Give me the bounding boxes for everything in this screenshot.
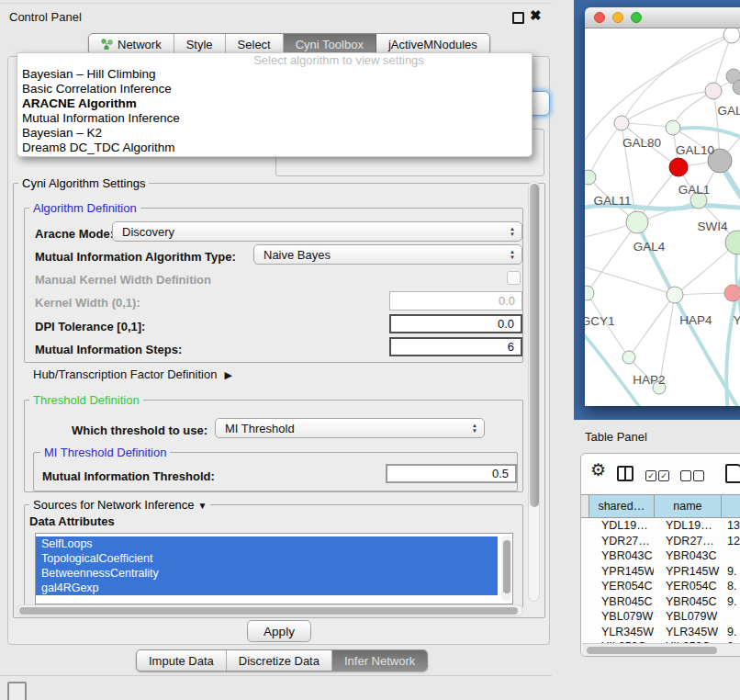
attribute-item-gal4rgexp[interactable]: gal4RGexp [36, 581, 498, 595]
tab-label: Network [118, 38, 162, 51]
tab-style[interactable]: Style [174, 34, 226, 54]
dropdown-item-bayesian-hill-climbing[interactable]: Bayesian – Hill Climbing [17, 67, 532, 82]
dpi-tolerance-field[interactable]: 0.0 [389, 314, 522, 333]
apply-button[interactable]: Apply [247, 620, 311, 642]
table-row[interactable]: YLR345WYLR345W9. [581, 625, 740, 640]
table-hscrollbar-track[interactable] [582, 643, 740, 656]
network-edge-highlighted[interactable] [675, 128, 740, 141]
node-red[interactable] [669, 158, 688, 176]
column-header-shared[interactable]: shared… [589, 495, 655, 517]
attribute-item-topologicalcoefficient[interactable]: TopologicalCoefficient [36, 551, 498, 566]
tab-discretize-data[interactable]: Discretize Data [227, 650, 332, 671]
network-window-titlebar[interactable] [585, 7, 740, 28]
split-pane-divider[interactable] [552, 0, 574, 700]
table-hscrollbar-thumb[interactable] [587, 647, 717, 654]
node-unlabeled-top[interactable] [723, 28, 740, 43]
network-edge[interactable] [622, 91, 713, 123]
node-label-swi4: SWI4 [697, 220, 727, 233]
node-label-gal4: GAL4 [633, 240, 666, 254]
network-edge-highlighted[interactable] [726, 260, 740, 406]
node-pink-right[interactable] [724, 285, 740, 301]
node-GCY1[interactable] [585, 286, 594, 300]
tab-infer-network[interactable]: Infer Network [332, 650, 427, 671]
mi-type-select[interactable]: Naive Bayes ▲▼ [253, 244, 522, 265]
table-cell: YBR043C [654, 549, 722, 562]
float-panel-icon[interactable] [512, 12, 524, 24]
node-HAP2[interactable] [622, 351, 635, 364]
network-edge-highlighted[interactable] [585, 330, 644, 406]
network-graph: GALGAL80GAL10GAL1GAL11SWI4GAL4GCY1HAP4YH… [585, 28, 740, 406]
which-threshold-select[interactable]: MI Threshold ▲▼ [215, 418, 485, 438]
split-columns-icon[interactable] [617, 466, 633, 481]
group-title-sources[interactable]: Sources for Network Inference▼ [29, 498, 210, 512]
zoom-traffic-light-icon[interactable] [631, 12, 642, 23]
minimized-panel-icon[interactable] [7, 682, 27, 700]
tab-cyni-toolbox[interactable]: Cyni Toolbox [284, 34, 376, 54]
dropdown-item-bayesian-k2[interactable]: Bayesian – K2 [17, 126, 532, 141]
table-row[interactable]: YDL19…YDL19…13 [581, 518, 740, 534]
page-icon[interactable] [725, 464, 740, 483]
tab-network[interactable]: Network [89, 34, 174, 54]
attribute-item-selfloops[interactable]: SelfLoops [36, 536, 498, 551]
table-row[interactable]: YER054CYER054C8. [581, 579, 740, 594]
table-row[interactable]: YBL079WYBL079W [581, 609, 740, 625]
close-traffic-light-icon[interactable] [594, 12, 605, 23]
table-cell: 9. [722, 595, 740, 608]
collapse-arrow-icon: ▼ [198, 501, 207, 511]
data-attributes-list[interactable]: SelfLoopsTopologicalCoefficientBetweenne… [35, 533, 513, 604]
network-edge[interactable] [622, 35, 732, 123]
node-GAL4[interactable] [626, 211, 648, 233]
dropdown-item-dream8-dc-tdc-algorithm[interactable]: Dream8 DC_TDC Algorithm [17, 141, 532, 155]
group-title-algorithm-definition: Algorithm Definition [29, 201, 140, 215]
column-header-name[interactable]: name [655, 495, 723, 517]
network-edge[interactable] [587, 222, 637, 293]
node-pink-top[interactable] [705, 83, 722, 99]
node-GAL10[interactable] [666, 120, 680, 135]
group-title-settings: Cyni Algorithm Settings [18, 176, 149, 190]
dropdown-item-mutual-information-inference[interactable]: Mutual Information Inference [17, 111, 532, 126]
manual-kernel-checkbox[interactable] [507, 271, 521, 285]
list-scrollbar-thumb[interactable] [503, 540, 510, 593]
table-row[interactable]: YBR043CYBR043C [581, 548, 740, 564]
mi-steps-field[interactable]: 6 [389, 337, 522, 356]
table-row[interactable]: YPR145WYPR145W9. [581, 564, 740, 580]
column-header-3[interactable] [722, 495, 740, 517]
table-row[interactable]: YDR27…YDR27…12 [581, 534, 740, 549]
kernel-width-field[interactable]: 0.0 [389, 291, 522, 310]
settings-hscrollbar-thumb[interactable] [19, 607, 518, 615]
network-edge[interactable] [589, 123, 622, 177]
tab-label: jActiveMNodules [388, 38, 477, 51]
node-HAP4[interactable] [667, 287, 683, 303]
network-canvas[interactable]: GALGAL80GAL10GAL1GAL11SWI4GAL4GCY1HAP4YH… [585, 28, 740, 406]
aracne-mode-value: Discovery [122, 225, 174, 239]
tab-label: Discretize Data [239, 654, 320, 668]
table-row[interactable]: YBR045CYBR045C9. [581, 594, 740, 610]
check-all-icon-2[interactable]: ✓ [658, 470, 669, 481]
minimize-traffic-light-icon[interactable] [612, 12, 623, 23]
tab-impute-data[interactable]: Impute Data [137, 650, 227, 671]
dropdown-item-aracne-algorithm[interactable]: ARACNE Algorithm [17, 96, 532, 111]
uncheck-all-icon-2[interactable] [693, 470, 704, 481]
tab-label: Select [238, 38, 271, 51]
dropdown-item-basic-correlation-inference[interactable]: Basic Correlation Inference [17, 82, 532, 96]
node-GAL80[interactable] [614, 116, 629, 130]
network-edge[interactable] [629, 295, 675, 357]
list-scrollbar-track[interactable] [501, 536, 511, 601]
attribute-item-betweennesscentrality[interactable]: BetweennessCentrality [36, 566, 498, 581]
tab-select[interactable]: Select [226, 34, 284, 54]
mi-threshold-field[interactable]: 0.5 [386, 464, 517, 483]
tab-jactivemnodules[interactable]: jActiveMNodules [376, 34, 489, 54]
hub-definition-expander[interactable]: Hub/Transcription Factor Definition▶ [33, 367, 232, 381]
mi-threshold-label: Mutual Information Threshold: [42, 469, 215, 483]
settings-vscrollbar-thumb[interactable] [530, 184, 539, 507]
node-label-hap4: HAP4 [679, 313, 712, 327]
table-cell: 9. [722, 565, 740, 578]
uncheck-all-icon-1[interactable] [680, 470, 691, 481]
node-left-green[interactable] [585, 170, 596, 185]
gear-icon[interactable]: ⚙ [590, 459, 606, 480]
table-panel: ⚙ ✓ ✓ shared…name YDL19…YDL19…13YDR27…YD… [580, 453, 740, 657]
close-icon[interactable]: ✖ [530, 7, 542, 24]
aracne-mode-select[interactable]: Discovery ▲▼ [112, 221, 522, 242]
check-all-icon-1[interactable]: ✓ [645, 470, 656, 481]
tab-label: Cyni Toolbox [296, 38, 364, 51]
